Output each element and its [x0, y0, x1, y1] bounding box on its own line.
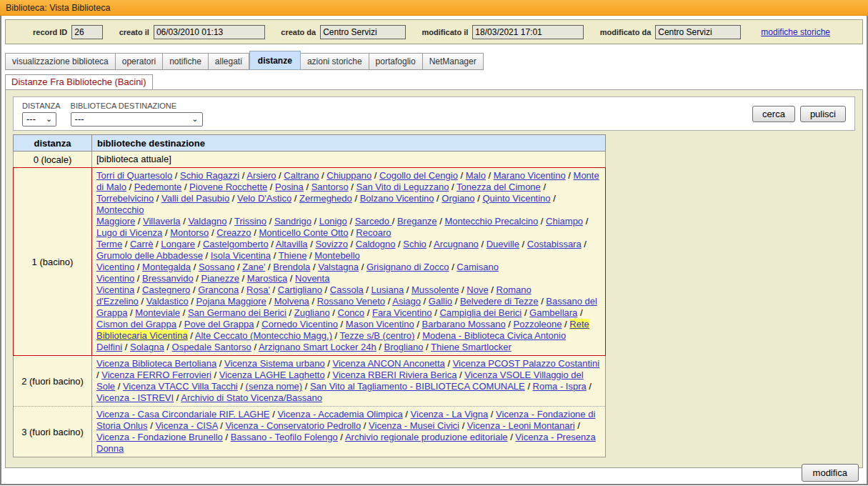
library-link[interactable]: San Vito di Leguzzano [356, 182, 449, 192]
library-link[interactable]: Vicenza Biblioteca Bertoliana [96, 358, 216, 369]
field-value[interactable]: 26 [71, 25, 103, 39]
library-link[interactable]: Vicenza PCOST Palazzo Costantini [453, 358, 599, 369]
library-link[interactable]: Solagna [130, 342, 164, 352]
library-link[interactable]: Campiglia dei Berici [439, 307, 522, 318]
library-link[interactable]: Bressanvido [142, 273, 194, 284]
library-link[interactable]: Torri di Quartesolo [96, 170, 172, 181]
library-link[interactable]: Vicenza - La Vigna [411, 409, 489, 420]
library-link[interactable]: Vicenza LAGHE Laghetto [219, 370, 325, 380]
library-link[interactable]: Pojana Maggiore [196, 296, 266, 307]
library-link[interactable]: Zermeghedo [299, 193, 352, 204]
library-link[interactable]: Isola Vicentina [211, 250, 271, 261]
library-link[interactable]: Malo [466, 170, 486, 181]
library-link[interactable]: Monticello Conte Otto [259, 227, 348, 238]
library-link[interactable]: Pove del Grappa [184, 319, 254, 329]
library-link[interactable]: Pianezze [201, 273, 239, 284]
library-link[interactable]: Lusiana [371, 284, 404, 295]
library-link[interactable]: Valli del Pasubio [161, 193, 229, 204]
library-link[interactable]: Posina [275, 182, 304, 192]
library-link[interactable]: Cartigliano [278, 284, 322, 295]
library-link[interactable]: Santorso [311, 182, 349, 192]
library-link[interactable]: Sarcedo [355, 216, 392, 227]
field-value[interactable]: 06/03/2010 01:13 [154, 25, 265, 39]
library-link[interactable]: Brendola [273, 262, 310, 272]
library-link[interactable]: (senza nome) [246, 381, 302, 392]
library-link[interactable]: Sandrigo [274, 216, 311, 227]
library-link[interactable]: MontecchioMaggiore [96, 204, 144, 227]
cerca-button[interactable]: cerca [752, 106, 795, 122]
library-link[interactable]: Nove [467, 284, 488, 295]
library-link[interactable]: Fara Vicentino [372, 307, 432, 318]
library-link[interactable]: Thiene [279, 250, 307, 261]
library-link[interactable]: Ospedale Santorso [172, 342, 251, 352]
library-link[interactable]: Schio [403, 239, 426, 249]
library-link[interactable]: Cassola [330, 284, 364, 295]
library-link[interactable]: Arcugnano [434, 239, 479, 249]
distanza-select[interactable]: --- ⌄ [22, 112, 56, 127]
library-link[interactable]: Chiampo [546, 216, 583, 227]
library-link[interactable]: Asiago [392, 296, 421, 307]
library-link[interactable]: Tezze s/B (centro) [340, 330, 415, 341]
library-link[interactable]: Grumolo delle Abbadesse [96, 250, 203, 261]
library-link[interactable]: Marostica [247, 273, 287, 284]
library-link[interactable]: Montorso [170, 227, 209, 238]
tab-visualizzazione-biblioteca[interactable]: visualizzazione biblioteca [5, 53, 116, 70]
library-link[interactable]: Vicenza ANCON Anconetta [333, 358, 445, 369]
tab-allegati[interactable]: allegati [209, 53, 249, 70]
library-link[interactable]: Velo D'Astico [237, 193, 291, 204]
tab-distanze[interactable]: distanze [249, 51, 301, 70]
library-link[interactable]: Castegnero [142, 284, 190, 295]
library-link[interactable]: San Vito al Tagliamento - BIBLIOTECA COM… [310, 381, 525, 392]
library-link[interactable]: Valdagno [188, 216, 226, 227]
library-link[interactable]: Valdastico [146, 296, 189, 307]
library-link[interactable]: Zane' [242, 262, 265, 272]
library-link[interactable]: Vicenza - Leoni Montanari [467, 420, 575, 431]
library-link[interactable]: Cogollo del Cengio [379, 170, 458, 181]
library-link[interactable]: Cismon del Grappa [96, 319, 176, 329]
library-link[interactable]: Torrebelvicino [96, 193, 154, 204]
library-link[interactable]: San Germano dei Berici [188, 307, 286, 318]
library-link[interactable]: Vicenza Sistema urbano [224, 358, 325, 369]
library-link[interactable]: Schio Ragazzi [180, 170, 239, 181]
tab-notifiche[interactable]: notifiche [163, 53, 209, 70]
library-link[interactable]: Tonezza del Cimone [457, 182, 541, 192]
library-link[interactable]: Longare [161, 239, 195, 249]
library-link[interactable]: Archivio di Stato Vicenza/Bassano [181, 392, 322, 403]
library-link[interactable]: Bassano - Teofilo Folengo [231, 432, 338, 442]
library-link[interactable]: Piovene Rocchette [189, 182, 267, 192]
modifiche-storiche-link[interactable]: modifiche storiche [761, 27, 830, 37]
library-link[interactable]: Arsiero [246, 170, 276, 181]
library-link[interactable]: Grisignano di Zocco [366, 262, 449, 272]
library-link[interactable]: Vicenza - Casa Circondariale RIF. LAGHE [96, 409, 270, 420]
library-link[interactable]: Bolzano Vicentino [360, 193, 434, 204]
library-link[interactable]: Pozzoleone [513, 319, 562, 329]
tab-azioni-storiche[interactable]: azioni storiche [301, 53, 369, 70]
library-link[interactable]: Breganze [397, 216, 437, 227]
library-link[interactable]: Vicenza - Musei Civici [369, 420, 459, 431]
library-link[interactable]: Roma - Ispra [533, 381, 587, 392]
library-link[interactable]: Arzignano Smart Locker 24h [259, 342, 376, 352]
library-link[interactable]: Rossano Veneto [317, 296, 385, 307]
field-value[interactable]: Centro Servizi [655, 25, 741, 39]
library-link[interactable]: Cornedo Vicentino [261, 319, 338, 329]
library-link[interactable]: Lonigo [319, 216, 347, 227]
library-link[interactable]: Conco [338, 307, 365, 318]
library-link[interactable]: Sovizzo [315, 239, 348, 249]
library-link[interactable]: Zugliano [294, 307, 330, 318]
destinazione-select[interactable]: --- ⌄ [71, 112, 203, 127]
library-link[interactable]: Gallio [429, 296, 452, 307]
library-link[interactable]: Castelgomberto [203, 239, 269, 249]
library-link[interactable]: Trissino [234, 216, 266, 227]
modifica-button[interactable]: modifica [802, 464, 859, 482]
library-link[interactable]: Costabissara [527, 239, 582, 249]
library-link[interactable]: Lugo di Vicenza [96, 227, 162, 238]
library-link[interactable]: Alte Ceccato (Montecchio Magg.) [195, 330, 332, 341]
library-link[interactable]: Mason Vicentino [346, 319, 414, 329]
library-link[interactable]: Grancona [198, 284, 239, 295]
library-link[interactable]: Orgiano [442, 193, 474, 204]
library-link[interactable]: Montecchio Precalcino [444, 216, 538, 227]
tab-netmanager[interactable]: NetManager [423, 53, 484, 70]
library-link[interactable]: Pedemonte [134, 182, 182, 192]
library-link[interactable]: Vicenza FERRO Ferrovieri [101, 370, 211, 380]
library-link[interactable]: Molvena [274, 296, 309, 307]
